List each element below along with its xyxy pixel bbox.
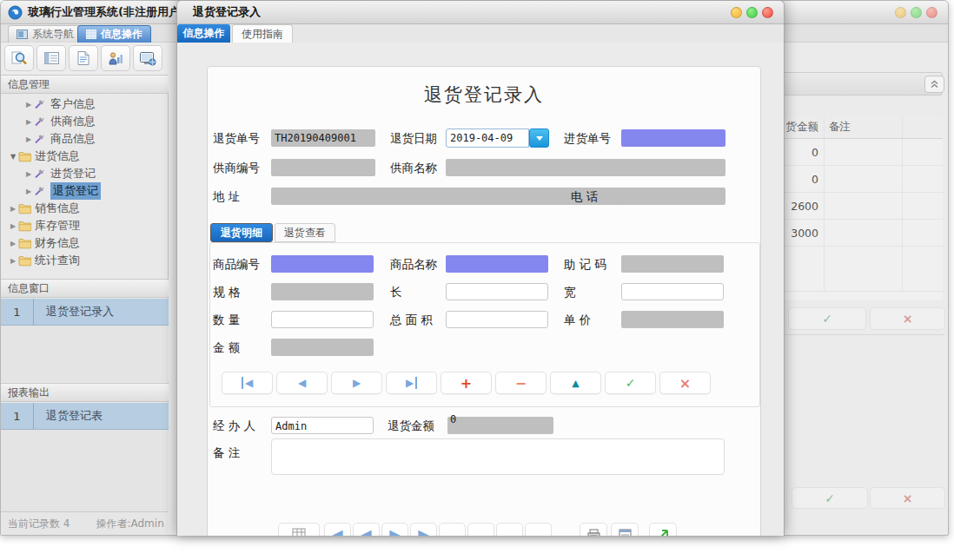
- expand-arrow-icon[interactable]: ▶: [8, 257, 18, 265]
- expand-arrow-icon[interactable]: ▶: [8, 205, 18, 213]
- length-input[interactable]: [446, 283, 548, 300]
- dialog-tab-info-operate[interactable]: 信息操作: [177, 24, 230, 43]
- dialog-close-button[interactable]: [762, 7, 773, 18]
- cancel-edit-button[interactable]: ×: [659, 372, 711, 394]
- bottom-toolbar-button[interactable]: [467, 523, 494, 536]
- expand-arrow-icon[interactable]: ▶: [23, 118, 34, 126]
- dialog-minimize-button[interactable]: [731, 7, 742, 18]
- mnemonic-label: 助 记 码: [564, 257, 606, 273]
- nav-next-button[interactable]: ▶: [331, 372, 382, 394]
- window-icon: [17, 30, 28, 39]
- area-input[interactable]: [446, 311, 548, 328]
- toolbar-find-button[interactable]: [4, 45, 34, 71]
- return-date-input[interactable]: 2019-04-09: [446, 128, 529, 148]
- return-entry-dialog: 退货登记录入 信息操作 使用指南 退货登记录入 退货单号 TH201904090…: [176, 0, 785, 536]
- x-icon: ×: [903, 491, 913, 505]
- info-window-item[interactable]: 1 退货登记录入: [1, 299, 169, 326]
- sidebar-item-customer-info[interactable]: ▶ 客户信息: [1, 96, 169, 113]
- export-button[interactable]: [649, 523, 677, 536]
- bg-cancel-button-2[interactable]: ×: [870, 487, 945, 509]
- bg-confirm-button[interactable]: ✓: [788, 307, 866, 330]
- bg-confirm-button-2[interactable]: ✓: [792, 487, 868, 509]
- purchase-no-input[interactable]: [621, 129, 725, 147]
- add-row-button[interactable]: +: [441, 372, 492, 394]
- bottom-toolbar-button[interactable]: [439, 523, 466, 536]
- app-logo-icon: [8, 5, 23, 20]
- post-button[interactable]: ✓: [605, 372, 656, 394]
- width-input[interactable]: [621, 283, 724, 300]
- date-dropdown-button[interactable]: [529, 128, 549, 148]
- product-name-input[interactable]: [446, 255, 548, 273]
- nav-last-button[interactable]: ▶: [386, 372, 437, 394]
- phone-label: 电 话: [571, 189, 598, 205]
- expand-arrow-icon[interactable]: ▶: [23, 170, 34, 178]
- sidebar-item-supplier-info[interactable]: ▶ 供商信息: [1, 113, 169, 130]
- bottom-toolbar-button[interactable]: [278, 523, 320, 536]
- sidebar-item-inventory-manage[interactable]: ▶ 库存管理: [1, 217, 169, 234]
- bottom-toolbar-button[interactable]: [496, 523, 523, 536]
- dialog-zoom-button[interactable]: [746, 7, 758, 18]
- sidebar-item-product-info[interactable]: ▶ 商品信息: [1, 130, 169, 148]
- detail-tab-return-detail[interactable]: 退货明细: [210, 223, 273, 242]
- sidebar-item-purchase-info[interactable]: ▼ 进货信息: [1, 148, 169, 165]
- operator-input[interactable]: Admin: [271, 417, 374, 434]
- width-label: 宽: [564, 285, 576, 300]
- qty-input[interactable]: [271, 311, 374, 328]
- spec-field: [271, 283, 374, 300]
- toolbar-monitor-button[interactable]: [133, 45, 162, 71]
- minimize-button[interactable]: [895, 7, 906, 18]
- bottom-toolbar-button[interactable]: ▶: [381, 523, 408, 536]
- zoom-button[interactable]: [911, 7, 922, 18]
- product-no-label: 商品编号: [213, 257, 260, 273]
- detail-tab-return-view[interactable]: 退货查看: [275, 223, 335, 242]
- dialog-tab-guide[interactable]: 使用指南: [232, 24, 293, 43]
- return-amount-label: 退货金额: [388, 418, 434, 434]
- expand-arrow-icon[interactable]: ▶: [8, 240, 18, 247]
- nav-first-button[interactable]: ◀: [222, 372, 273, 394]
- product-no-input[interactable]: [271, 255, 374, 273]
- remove-row-button[interactable]: −: [495, 372, 547, 394]
- return-date-label: 退货日期: [390, 131, 437, 147]
- grid-icon: [86, 30, 96, 39]
- close-button[interactable]: [926, 7, 937, 18]
- nav-icon: ▶: [389, 526, 400, 537]
- export-arrow-icon: [658, 529, 669, 537]
- expand-arrow-icon[interactable]: ▶: [23, 135, 34, 143]
- print-button[interactable]: [580, 523, 607, 536]
- collapse-panel-button[interactable]: [924, 76, 944, 93]
- nav-prev-button[interactable]: ◀: [276, 372, 328, 394]
- first-record-icon: ◀: [242, 377, 253, 389]
- return-no-field: TH20190409001: [271, 129, 375, 147]
- tab-info-operate[interactable]: 信息操作: [77, 25, 151, 43]
- address-label: 地 址: [213, 189, 240, 205]
- operator-label: 经 办 人: [213, 418, 255, 434]
- collapse-arrow-icon[interactable]: ▼: [8, 153, 18, 161]
- bottom-toolbar-button[interactable]: ▶: [410, 523, 437, 536]
- report-item[interactable]: 1 退货登记表: [1, 403, 169, 430]
- sidebar-item-sales-info[interactable]: ▶ 销售信息: [1, 200, 169, 217]
- remark-input[interactable]: [271, 438, 725, 475]
- bottom-toolbar-button[interactable]: ◀: [353, 523, 380, 536]
- expand-arrow-icon[interactable]: ▶: [23, 188, 34, 195]
- expand-arrow-icon[interactable]: ▶: [8, 222, 18, 230]
- toolbar-document-button[interactable]: [69, 45, 98, 71]
- form-panel: 退货登记录入 退货单号 TH20190409001 退货日期 2019-04-0…: [207, 66, 761, 536]
- preview-icon: [619, 529, 632, 537]
- preview-button[interactable]: [611, 523, 639, 536]
- last-record-icon: ▶: [406, 377, 417, 389]
- wand-icon: [34, 99, 47, 110]
- edit-row-button[interactable]: ▲: [550, 372, 601, 394]
- toolbar-list-button[interactable]: [36, 45, 66, 71]
- bg-cancel-button[interactable]: ×: [870, 307, 945, 330]
- amount-label: 金 额: [213, 340, 240, 356]
- sidebar-item-stats-query[interactable]: ▶ 统计查询: [1, 252, 169, 269]
- bottom-toolbar-button[interactable]: ◀: [324, 523, 351, 536]
- expand-arrow-icon[interactable]: ▶: [23, 101, 34, 109]
- sidebar-item-return-register[interactable]: ▶ 退货登记: [1, 182, 169, 200]
- sidebar-item-purchase-register[interactable]: ▶ 进货登记: [1, 165, 169, 182]
- sidebar-item-finance-info[interactable]: ▶ 财务信息: [1, 234, 169, 252]
- tab-system-nav[interactable]: 系统导航: [8, 25, 83, 43]
- bottom-toolbar-button[interactable]: [525, 523, 552, 536]
- toolbar-user-button[interactable]: [101, 45, 130, 71]
- folder-icon: [18, 238, 31, 249]
